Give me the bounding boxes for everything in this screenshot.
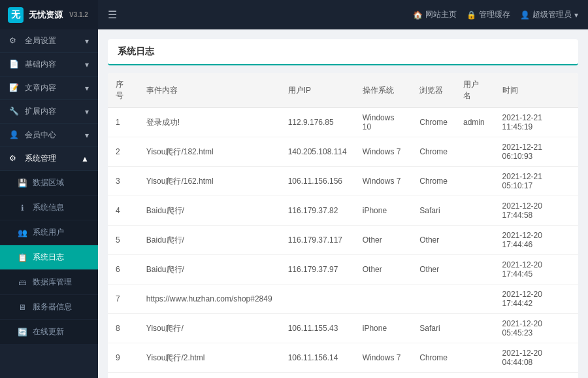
- sidebar-item-member-center[interactable]: 👤 会员中心 ▾: [0, 124, 98, 147]
- cell-browser: Safari: [412, 196, 455, 226]
- base-content-icon: 📄: [9, 60, 20, 70]
- cell-os: Other: [355, 255, 412, 284]
- user-icon: 👤: [520, 10, 530, 20]
- website-link[interactable]: 🏠 网站主页: [413, 9, 457, 20]
- cell-browser: Chrome: [412, 373, 455, 379]
- cell-time: 2021-12-20 17:44:42: [495, 284, 578, 314]
- table-row: 7https://www.huzhan.com/shop#28492021-12…: [108, 284, 578, 314]
- system-submenu: 💾 数据区域 ℹ 系统信息 👥 系统用户 📋 系统日志 🗃 数据库管理 🖥: [0, 171, 98, 345]
- cell-browser: Other: [412, 255, 455, 284]
- sidebar-item-base-content[interactable]: 📄 基础内容 ▾: [0, 53, 98, 77]
- cell-user: [455, 284, 495, 314]
- col-id: 序号: [108, 73, 139, 108]
- table-row: 4Baidu爬行/116.179.37.82iPhoneSafari2021-1…: [108, 196, 578, 226]
- cell-ip: 106.11.155.43: [280, 314, 355, 343]
- col-browser: 浏览器: [412, 73, 455, 108]
- system-user-icon: 👥: [17, 228, 27, 238]
- sidebar-item-data-area[interactable]: 💾 数据区域: [0, 171, 98, 196]
- sidebar-item-online-update[interactable]: 🔄 在线更新: [0, 320, 98, 345]
- table-row: 8Yisou爬行/106.11.155.43iPhoneSafari2021-1…: [108, 314, 578, 343]
- data-area-icon: 💾: [17, 178, 27, 188]
- sidebar-label: 扩展内容: [25, 106, 56, 117]
- sidebar-label: 会员中心: [25, 129, 56, 141]
- app-logo: 无 无忧资源 V3.1.2: [0, 0, 98, 29]
- table-header-row: 序号 事件内容 用户IP 操作系统 浏览器 用户名 时间: [108, 73, 578, 108]
- cell-ip: 140.205.108.114: [280, 137, 355, 167]
- cell-id: 10: [108, 373, 139, 379]
- chevron-down-icon: ▾: [574, 10, 578, 20]
- table-row: 9Yisou爬行/2.html106.11.156.14Windows 7Chr…: [108, 343, 578, 373]
- cell-event: Baidu爬行/: [139, 196, 280, 226]
- cell-os: Windows 7: [355, 167, 412, 196]
- cell-ip: 106.11.156.156: [280, 167, 355, 196]
- sidebar-item-text-content[interactable]: 📝 文章内容 ▾: [0, 77, 98, 100]
- sidebar-menu: ⚙ 全局设置 ▾ 📄 基础内容 ▾ 📝 文章内容 ▾ 🔧 扩展内容 ▾ 👤 会员…: [0, 29, 98, 378]
- settings-icon: ⚙: [9, 36, 20, 46]
- table-row: 5Baidu爬行/116.179.37.117OtherOther2021-12…: [108, 226, 578, 255]
- cell-id: 5: [108, 226, 139, 255]
- cell-time: 2021-12-21 06:10:93: [495, 137, 578, 167]
- cell-event: https://www.huzhan.com/shop#2849: [139, 284, 280, 314]
- cell-os: Windows 10: [355, 108, 412, 137]
- table-row: 2Yisou爬行/182.html140.205.108.114Windows …: [108, 137, 578, 167]
- manage-cache-link[interactable]: 🔒 管理缓存: [466, 9, 510, 20]
- cell-os: Windows 7: [355, 137, 412, 167]
- sidebar-item-system-user[interactable]: 👥 系统用户: [0, 220, 98, 245]
- cell-event: Baidu爬行/: [139, 255, 280, 284]
- cell-id: 1: [108, 108, 139, 137]
- user-menu[interactable]: 👤 超级管理员 ▾: [520, 9, 578, 20]
- sidebar-item-db-manage[interactable]: 🗃 数据库管理: [0, 270, 98, 295]
- cell-os: Other: [355, 226, 412, 255]
- main-container: ☰ 🏠 网站主页 🔒 管理缓存 👤 超级管理员 ▾ 系统日志: [98, 0, 588, 378]
- system-icon: ⚙: [9, 154, 20, 164]
- cell-user: admin: [455, 108, 495, 137]
- member-icon: 👤: [9, 130, 20, 141]
- cell-user: [455, 343, 495, 373]
- log-table-container: 序号 事件内容 用户IP 操作系统 浏览器 用户名 时间 1登录成功!112.9…: [108, 73, 578, 378]
- system-log-icon: 📋: [17, 252, 27, 263]
- logo-icon: 无: [8, 7, 24, 23]
- cell-event: Yisou爬行/2.html: [139, 343, 280, 373]
- table-row: 6Baidu爬行/116.179.37.97OtherOther2021-12-…: [108, 255, 578, 284]
- cell-event: 登录成功!: [139, 108, 280, 137]
- db-icon: 🗃: [17, 277, 27, 288]
- app-version: V3.1.2: [69, 11, 88, 18]
- cell-id: 6: [108, 255, 139, 284]
- system-info-icon: ℹ: [17, 203, 27, 213]
- cell-user: [455, 196, 495, 226]
- sidebar-item-server-info[interactable]: 🖥 服务器信息: [0, 295, 98, 320]
- cell-id: 9: [108, 343, 139, 373]
- cell-time: 2021-12-20 17:44:58: [495, 196, 578, 226]
- website-link-label: 网站主页: [425, 9, 457, 20]
- cell-browser: [412, 284, 455, 314]
- sidebar-item-system-manage[interactable]: ⚙ 系统管理 ▲: [0, 147, 98, 171]
- sidebar-item-system-info[interactable]: ℹ 系统信息: [0, 196, 98, 220]
- sidebar-item-system-log[interactable]: 📋 系统日志: [0, 245, 98, 270]
- col-time: 时间: [495, 73, 578, 108]
- cell-user: [455, 226, 495, 255]
- content-area: 系统日志 序号 事件内容 用户IP 操作系统 浏览器 用户名 时间 1登录成功!…: [98, 29, 588, 378]
- menu-toggle[interactable]: ☰: [108, 9, 117, 21]
- sidebar-label: 系统管理: [25, 153, 56, 164]
- page-header: 系统日志: [108, 39, 578, 65]
- cell-time: 2021-12-20 17:44:45: [495, 255, 578, 284]
- user-label: 超级管理员: [532, 9, 572, 20]
- cell-browser: Other: [412, 226, 455, 255]
- cell-browser: Chrome: [412, 343, 455, 373]
- sidebar-item-all-settings[interactable]: ⚙ 全局设置 ▾: [0, 29, 98, 53]
- cell-time: 2021-12-21 11:45:19: [495, 108, 578, 137]
- cell-time: 2021-12-20 17:44:46: [495, 226, 578, 255]
- cell-ip: 112.9.176.85: [280, 108, 355, 137]
- table-row: 10Google爬行/xingyeqiye/66.249.71.210Andro…: [108, 373, 578, 379]
- cell-id: 4: [108, 196, 139, 226]
- log-table: 序号 事件内容 用户IP 操作系统 浏览器 用户名 时间 1登录成功!112.9…: [108, 73, 578, 378]
- cell-event: Yisou爬行/182.html: [139, 137, 280, 167]
- update-icon: 🔄: [17, 327, 27, 337]
- table-row: 1登录成功!112.9.176.85Windows 10Chromeadmin2…: [108, 108, 578, 137]
- sidebar-item-extend-content[interactable]: 🔧 扩展内容 ▾: [0, 100, 98, 124]
- cell-user: [455, 373, 495, 379]
- cell-browser: Chrome: [412, 167, 455, 196]
- cell-ip: 116.179.37.117: [280, 226, 355, 255]
- cell-time: 2021-12-20 04:44:08: [495, 343, 578, 373]
- sidebar-label: 基础内容: [25, 59, 56, 70]
